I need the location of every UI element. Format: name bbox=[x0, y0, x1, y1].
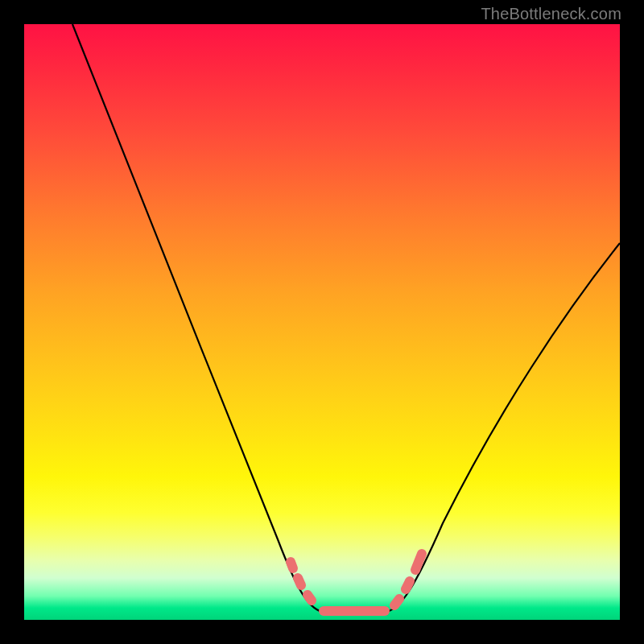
chart-frame: TheBottleneck.com bbox=[0, 0, 644, 644]
trough-markers bbox=[291, 554, 422, 611]
plot-area bbox=[24, 24, 620, 620]
watermark-text: TheBottleneck.com bbox=[481, 5, 621, 23]
curve-layer bbox=[24, 24, 620, 620]
bottleneck-curve bbox=[72, 24, 620, 612]
